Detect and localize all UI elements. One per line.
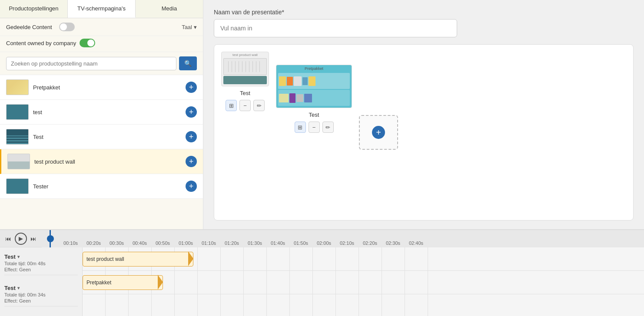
track-row: Pretpakket (83, 271, 644, 294)
add-slide-box: + (359, 115, 398, 150)
search-button[interactable]: 🔍 (179, 56, 197, 70)
add-item-button[interactable]: + (186, 131, 197, 142)
timeline-ruler: 00:10s 00:20s 00:30s 00:40s 00:50s 01:00… (42, 230, 644, 247)
search-input[interactable] (6, 57, 176, 70)
slide-remove-button[interactable]: − (309, 122, 320, 133)
owned-toggle[interactable] (80, 39, 95, 47)
ruler-mark: 02:40s (409, 240, 423, 246)
ruler-mark: 00:30s (110, 240, 124, 246)
search-row: 🔍 (0, 52, 203, 75)
slide-expand-button[interactable]: ⊞ (226, 100, 237, 111)
item-thumbnail (7, 154, 30, 169)
item-thumbnail (6, 79, 29, 95)
tab-tv-schermpaginas[interactable]: TV-schermpagina's (68, 0, 136, 18)
item-name: Tester (33, 183, 181, 190)
ruler-mark: 01:20s (225, 240, 239, 246)
slide-actions: ⊞ − ✏ (226, 100, 265, 111)
track-info: Test ▾ Totale tijd: 00m 48s Effect: Geen (4, 251, 78, 275)
item-name: test product wall (34, 158, 181, 165)
slide-thumb-label: test product wall (222, 53, 269, 57)
timeline-controls: ⏮ ▶ ⏭ (0, 233, 42, 245)
track-block-label: test product wall (86, 256, 124, 262)
slide-card: test product wall Test ⊞ − ✏ (221, 52, 269, 111)
ruler-mark: 01:50s (294, 240, 308, 246)
timeline-header: ⏮ ▶ ⏭ 00:10s 00:20s 00:30s 00:40s 00:50s… (0, 230, 644, 247)
ruler-mark: 01:40s (271, 240, 285, 246)
track-info: Test ▾ Totale tijd: 00m 34s Effect: Geen (4, 282, 78, 306)
slide-thumbnail: Pretpakket (276, 65, 352, 108)
ruler-mark: 01:00s (179, 240, 193, 246)
track-effect: Effect: Geen (4, 298, 78, 303)
ruler-mark: 01:30s (248, 240, 262, 246)
slide-thumb-label: Pretpakket (276, 66, 352, 71)
slide-expand-button[interactable]: ⊞ (295, 122, 306, 133)
list-item: Tester + (0, 174, 203, 199)
item-name: Pretpakket (33, 84, 181, 91)
slide-name: Test (240, 90, 250, 96)
track-effect: Effect: Geen (4, 267, 78, 272)
form-label: Naam van de presentatie* (214, 9, 634, 16)
ruler-mark: 02:00s (317, 240, 331, 246)
ruler-mark: 00:10s (63, 240, 78, 246)
track-block-label: Pretpakket (86, 280, 111, 286)
owned-row: Content owned by company (0, 36, 203, 52)
item-thumbnail (6, 104, 29, 120)
item-name: Test (33, 134, 181, 140)
ruler-mark: 02:10s (340, 240, 354, 246)
slide-remove-button[interactable]: − (239, 100, 251, 111)
search-icon: 🔍 (184, 60, 192, 67)
item-thumbnail (6, 129, 29, 145)
item-name: test (33, 109, 181, 115)
list-item: test product wall + (0, 149, 203, 174)
track-total-time: Totale tijd: 00m 48s (4, 261, 78, 266)
item-list: Pretpakket + test + Test + (0, 75, 203, 229)
left-panel: Productopstellingen TV-schermpagina's Me… (0, 0, 203, 229)
track-block[interactable]: Pretpakket (83, 275, 163, 290)
ruler-mark: 02:30s (386, 240, 400, 246)
add-item-button[interactable]: + (186, 106, 197, 118)
tab-media[interactable]: Media (136, 0, 203, 18)
slide-card: Pretpakket (276, 65, 352, 133)
track-title: Test ▾ (4, 253, 78, 260)
next-track-button[interactable]: ⏭ (30, 234, 37, 243)
timeline-section: ⏮ ▶ ⏭ 00:10s 00:20s 00:30s 00:40s 00:50s… (0, 229, 644, 316)
prev-track-button[interactable]: ⏮ (4, 234, 12, 243)
ruler-mark: 00:50s (156, 240, 170, 246)
slides-area: test product wall Test ⊞ − ✏ (214, 44, 634, 221)
tab-productopstellingen[interactable]: Productopstellingen (0, 0, 68, 18)
timeline-content: test product wall Pretpakket (83, 247, 644, 316)
timeline-tracks: Test ▾ Totale tijd: 00m 48s Effect: Geen… (0, 247, 83, 316)
list-item: test + (0, 100, 203, 125)
presentation-name-input[interactable] (214, 19, 457, 37)
taal-button[interactable]: Taal ▾ (182, 24, 197, 30)
track-total-time: Totale tijd: 00m 34s (4, 292, 78, 297)
tab-bar: Productopstellingen TV-schermpagina's Me… (0, 0, 203, 18)
chevron-down-icon: ▾ (194, 24, 197, 30)
add-item-button[interactable]: + (186, 82, 197, 93)
slide-edit-button[interactable]: ✏ (253, 100, 265, 111)
item-thumbnail (6, 178, 29, 194)
list-item: Pretpakket + (0, 75, 203, 100)
track-block[interactable]: test product wall (83, 252, 193, 267)
slide-thumbnail: test product wall (221, 52, 269, 86)
chevron-down-icon: ▾ (17, 254, 20, 259)
add-item-button[interactable]: + (186, 156, 197, 167)
track-row: test product wall (83, 247, 644, 271)
timeline-body: Test ▾ Totale tijd: 00m 48s Effect: Geen… (0, 247, 644, 316)
slide-edit-button[interactable]: ✏ (322, 122, 334, 133)
shared-content-toggle[interactable] (59, 23, 75, 31)
ruler-mark: 00:40s (133, 240, 147, 246)
play-button[interactable]: ▶ (15, 233, 27, 245)
chevron-down-icon: ▾ (17, 286, 20, 290)
add-slide-button[interactable]: + (372, 126, 385, 139)
ruler-mark: 00:20s (86, 240, 101, 246)
slide-name: Test (309, 112, 319, 118)
shared-content-row: Gedeelde Content Taal ▾ (0, 18, 203, 36)
track-title: Test ▾ (4, 285, 78, 291)
ruler-mark: 02:20s (363, 240, 377, 246)
slide-actions: ⊞ − ✏ (295, 122, 334, 133)
owned-label: Content owned by company (6, 40, 76, 46)
add-item-button[interactable]: + (186, 181, 197, 192)
list-item: Test + (0, 125, 203, 149)
shared-content-label: Gedeelde Content (6, 24, 52, 30)
